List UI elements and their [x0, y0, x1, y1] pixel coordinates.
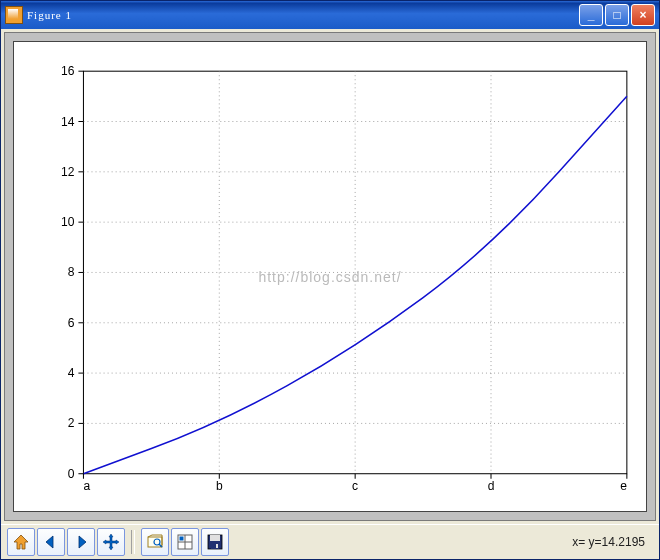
svg-text:a: a — [83, 479, 90, 493]
maximize-icon: □ — [613, 8, 620, 22]
svg-text:12: 12 — [61, 165, 75, 179]
pan-button[interactable] — [97, 528, 125, 556]
titlebar[interactable]: Figure 1 _ □ × — [1, 1, 659, 29]
svg-rect-45 — [180, 537, 184, 541]
figure-window: Figure 1 _ □ × 0246810121416abcde http:/… — [0, 0, 660, 560]
back-button[interactable] — [37, 528, 65, 556]
save-icon — [206, 533, 224, 551]
svg-text:10: 10 — [61, 215, 75, 229]
window-title: Figure 1 — [27, 9, 579, 21]
subplots-icon — [176, 533, 194, 551]
minimize-button[interactable]: _ — [579, 4, 603, 26]
svg-text:14: 14 — [61, 115, 75, 129]
forward-icon — [72, 533, 90, 551]
save-button[interactable] — [201, 528, 229, 556]
home-button[interactable] — [7, 528, 35, 556]
pan-icon — [102, 533, 120, 551]
forward-button[interactable] — [67, 528, 95, 556]
svg-text:16: 16 — [61, 64, 75, 78]
toolbar: x= y=14.2195 — [1, 524, 659, 559]
minimize-icon: _ — [588, 8, 595, 22]
zoom-icon — [146, 533, 164, 551]
svg-rect-49 — [216, 544, 218, 548]
window-buttons: _ □ × — [579, 4, 655, 26]
client-area: 0246810121416abcde http://blog.csdn.net/ — [1, 29, 659, 559]
svg-text:b: b — [216, 479, 223, 493]
svg-text:e: e — [620, 479, 627, 493]
app-icon — [5, 6, 23, 24]
svg-text:4: 4 — [68, 366, 75, 380]
close-icon: × — [639, 8, 646, 22]
zoom-button[interactable] — [141, 528, 169, 556]
svg-text:8: 8 — [68, 265, 75, 279]
svg-text:0: 0 — [68, 467, 75, 481]
close-button[interactable]: × — [631, 4, 655, 26]
toolbar-separator — [131, 530, 135, 554]
canvas-area[interactable]: 0246810121416abcde http://blog.csdn.net/ — [4, 32, 656, 521]
svg-rect-47 — [210, 535, 220, 541]
status-text: x= y=14.2195 — [572, 535, 653, 549]
svg-text:d: d — [488, 479, 495, 493]
subplots-button[interactable] — [171, 528, 199, 556]
maximize-button[interactable]: □ — [605, 4, 629, 26]
svg-text:6: 6 — [68, 316, 75, 330]
home-icon — [12, 533, 30, 551]
svg-text:2: 2 — [68, 416, 75, 430]
plot-svg: 0246810121416abcde — [13, 41, 647, 522]
svg-text:c: c — [352, 479, 358, 493]
back-icon — [42, 533, 60, 551]
